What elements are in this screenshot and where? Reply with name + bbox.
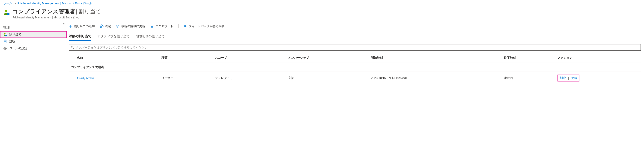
svg-rect-3 [5,35,7,36]
svg-line-23 [103,27,103,28]
cell-type: ユーザー [159,72,213,84]
feedback-button[interactable]: フィードバックがある場合 [184,24,225,28]
action-highlight: 削除 | 更新 [558,75,580,81]
svg-point-0 [5,10,8,12]
cell-membership: 直接 [286,72,368,84]
search-icon [71,46,74,49]
breadcrumb-home[interactable]: ホーム [3,1,12,5]
feedback-icon [184,24,187,28]
svg-rect-1 [7,13,10,15]
col-type[interactable]: 種類 [159,54,213,63]
svg-point-28 [184,25,186,27]
col-membership[interactable]: メンバーシップ [286,54,368,63]
document-icon [3,40,7,43]
col-start[interactable]: 開始時刻 [368,54,502,63]
sidebar-item-description[interactable]: 説明 [0,38,67,45]
search-box[interactable] [69,44,641,51]
breadcrumb-pim-link[interactable]: Privileged Identity Management | Microso… [18,1,92,5]
action-separator: | [568,76,569,80]
toolbar-label: エクスポート [155,24,173,28]
member-name-link[interactable]: Grady Archie [77,76,94,80]
svg-point-9 [4,48,6,49]
person-icon [3,33,7,36]
col-scope[interactable]: スコープ [213,54,286,63]
svg-line-22 [100,25,101,25]
role-icon [3,9,10,16]
download-icon [150,24,154,28]
page-subtitle: Privileged Identity Management | Microso… [12,16,112,19]
plus-icon [69,24,72,28]
col-name[interactable]: 名前 [69,54,159,63]
toolbar-label: 最新の情報に更新 [121,24,145,28]
table-group-row: コンプライアンス管理者 [69,63,641,72]
svg-point-17 [101,26,102,27]
tab-expired[interactable]: 期限切れの割り当て [136,33,165,41]
collapse-sidebar-button[interactable]: « [63,22,64,25]
sidebar: « 管理 割り当て 説明 ロールの設定 [0,22,67,84]
toolbar-label: 設定 [105,24,111,28]
tabs: 対象の割り当て アクティブな割り当て 期限切れの割り当て [69,33,641,41]
search-input[interactable] [76,46,639,49]
sidebar-item-label: 説明 [9,39,15,43]
more-actions-button[interactable]: … [107,10,112,14]
add-assignment-button[interactable]: 割り当ての追加 [69,24,95,28]
sidebar-item-label: ロールの設定 [9,46,27,50]
svg-line-25 [103,25,103,25]
cell-start: 2023/10/16、午前 10:57:31 [368,72,502,84]
content-area: 割り当ての追加 設定 最新の情報に更新 エクスポート [67,22,644,84]
cell-scope: ディレクトリ [213,72,286,84]
svg-point-2 [4,33,6,34]
table-row: Grady Archie ユーザー ディレクトリ 直接 2023/10/16、午… [69,72,641,84]
toolbar-label: 割り当ての追加 [74,24,95,28]
breadcrumb: ホーム > Privileged Identity Management | M… [0,0,644,7]
col-end[interactable]: 終了時刻 [502,54,556,63]
toolbar-label: フィードバックがある場合 [189,24,225,28]
svg-point-29 [71,46,73,48]
sidebar-item-role-settings[interactable]: ロールの設定 [0,45,67,52]
svg-line-24 [100,27,101,28]
page-title: コンプライアンス管理者 [12,8,75,15]
toolbar: 割り当ての追加 設定 最新の情報に更新 エクスポート [69,22,641,31]
settings-button[interactable]: 設定 [100,24,111,28]
update-link[interactable]: 更新 [571,76,577,80]
svg-point-8 [4,47,6,49]
sidebar-group-manage: 管理 [0,23,67,31]
sidebar-item-label: 割り当て [9,32,21,37]
cell-end: 永続的 [502,72,556,84]
export-button[interactable]: エクスポート [150,24,173,28]
refresh-icon [116,24,120,28]
gear-icon [100,24,104,28]
tab-active[interactable]: アクティブな割り当て [97,33,130,41]
svg-line-30 [73,48,74,49]
assignments-table: 名前 種類 スコープ メンバーシップ 開始時刻 終了時刻 アクション コンプライ… [69,54,641,84]
refresh-button[interactable]: 最新の情報に更新 [116,24,145,28]
col-action: アクション [555,54,641,63]
page-header: コンプライアンス管理者 | 割り当て … Privileged Identity… [0,7,644,22]
tab-eligible[interactable]: 対象の割り当て [69,33,91,41]
remove-link[interactable]: 削除 [560,76,566,80]
gear-icon [3,46,7,50]
toolbar-separator [178,24,178,28]
page-title-section: | 割り当て [76,8,101,15]
sidebar-item-assignments[interactable]: 割り当て [0,31,67,38]
chevron-right-icon: > [14,1,16,5]
group-label: コンプライアンス管理者 [69,63,641,72]
